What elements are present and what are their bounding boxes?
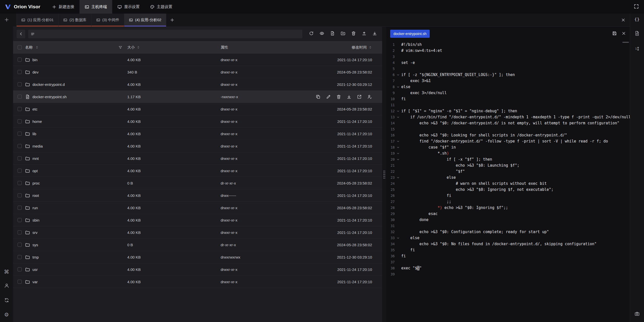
- row-checkbox[interactable]: [18, 82, 22, 86]
- file-row[interactable]: home4.00 KBdrwxr-xr-x2021-11-24 17:20:10: [13, 115, 382, 128]
- file-row[interactable]: sbin4.00 KBdrwxr-xr-x2021-11-24 17:20:10: [13, 214, 382, 226]
- fold-toggle-icon[interactable]: [395, 73, 401, 77]
- add-tab-button[interactable]: [166, 14, 178, 26]
- row-action-move[interactable]: [357, 94, 362, 99]
- fold-toggle-icon[interactable]: [395, 146, 401, 149]
- open-file-tag[interactable]: docker-entrypoint.sh: [390, 30, 430, 38]
- close-editor-button[interactable]: [622, 31, 626, 37]
- row-checkbox[interactable]: [18, 230, 22, 234]
- row-checkbox[interactable]: [18, 255, 22, 259]
- brand-name: Orion Visor: [14, 4, 40, 10]
- file-row[interactable]: etc4.00 KBdrwxr-xr-x2024-05-28 23:58:02: [13, 103, 382, 115]
- file-row[interactable]: bin4.00 KBdrwxr-xr-x2021-11-24 17:20:10: [13, 54, 382, 66]
- transfer-button[interactable]: [634, 31, 640, 37]
- file-name: bin: [32, 58, 37, 62]
- sort-size-icon[interactable]: [137, 46, 140, 49]
- row-action-edit[interactable]: [326, 94, 331, 99]
- row-checkbox[interactable]: [18, 267, 22, 271]
- file-row[interactable]: run4.00 KBdrwxr-xr-x2024-05-28 23:58:02: [13, 202, 382, 214]
- upload-button[interactable]: [362, 31, 367, 37]
- file-row[interactable]: var4.00 KBdrwxr-xr-x2021-11-24 17:20:10: [13, 276, 382, 288]
- row-checkbox[interactable]: [18, 243, 22, 247]
- download-button[interactable]: [372, 31, 377, 37]
- session-tab-4[interactable]: (4) 应用-分析02: [124, 14, 166, 26]
- fold-toggle-icon[interactable]: [395, 158, 401, 161]
- row-checkbox[interactable]: [18, 144, 22, 148]
- row-checkbox[interactable]: [18, 218, 22, 222]
- fold-toggle-icon[interactable]: [395, 110, 401, 113]
- close-panel-button[interactable]: [621, 14, 630, 26]
- fold-toggle-icon[interactable]: [395, 85, 401, 89]
- code-text: if [ "$1" = "nginx" -o "$1" = "nginx-deb…: [401, 108, 517, 114]
- session-tab-3[interactable]: (3) 中间件: [92, 14, 125, 26]
- row-checkbox[interactable]: [18, 95, 22, 99]
- file-row[interactable]: dev340 Bdrwxr-xr-x2024-05-28 23:58:02: [13, 66, 382, 78]
- row-checkbox[interactable]: [18, 206, 22, 210]
- new-session-button[interactable]: [4, 17, 9, 23]
- sort-name-icon[interactable]: [35, 46, 39, 49]
- row-checkbox[interactable]: [18, 107, 22, 111]
- file-row[interactable]: srv4.00 KBdrwxr-xr-x2021-11-24 17:20:10: [13, 226, 382, 239]
- row-checkbox[interactable]: [18, 280, 22, 284]
- snippets-button[interactable]: {}: [635, 17, 639, 22]
- back-button[interactable]: [17, 30, 25, 38]
- code-area[interactable]: 1#!/bin/sh2# vim:sw=4:ts=4:et34set -e56i…: [386, 41, 630, 322]
- new-file-button[interactable]: [330, 31, 335, 37]
- filter-icon[interactable]: [118, 46, 122, 49]
- fold-toggle-icon[interactable]: [395, 140, 401, 143]
- row-action-download[interactable]: [346, 94, 351, 99]
- delete-button[interactable]: [351, 31, 356, 37]
- settings-button[interactable]: ⚙: [4, 312, 9, 317]
- file-row[interactable]: docker-entrypoint.d4.00 KBdrwxr-xr-x2021…: [13, 78, 382, 91]
- sync-button[interactable]: [4, 298, 9, 304]
- session-tab-2[interactable]: (2) 数据库: [59, 14, 92, 26]
- file-size: 0 B: [127, 181, 221, 185]
- file-row[interactable]: opt4.00 KBdrwxr-xr-x2021-11-24 17:20:10: [13, 165, 382, 177]
- nav-item-host-terminal[interactable]: 主机终端: [79, 0, 112, 14]
- toggle-hidden-button[interactable]: [319, 31, 324, 37]
- row-checkbox[interactable]: [18, 193, 22, 197]
- row-action-copy[interactable]: [315, 94, 320, 99]
- refresh-button[interactable]: [309, 31, 314, 37]
- row-checkbox[interactable]: [18, 58, 22, 62]
- file-row[interactable]: docker-entrypoint.sh1.17 KB-rwxrwxr-x: [13, 91, 382, 103]
- row-checkbox[interactable]: [18, 119, 22, 123]
- fold-toggle-icon[interactable]: [395, 116, 401, 119]
- session-tab-1[interactable]: (1) 应用-分析01: [16, 14, 59, 26]
- panel-splitter[interactable]: [382, 27, 386, 322]
- shortcuts-button[interactable]: ⌘: [4, 269, 9, 275]
- file-row[interactable]: mnt4.00 KBdrwxr-xr-x2021-11-24 17:20:10: [13, 152, 382, 165]
- select-all-checkbox[interactable]: [18, 45, 22, 49]
- sort-mtime-icon[interactable]: [369, 46, 372, 49]
- fold-toggle-icon[interactable]: [395, 152, 401, 155]
- file-row[interactable]: proc0 Bdr-xr-xr-x2024-05-28 23:58:02: [13, 177, 382, 189]
- file-row[interactable]: media4.00 KBdrwxr-xr-x2021-11-24 17:20:1…: [13, 140, 382, 152]
- editor-scrollbar[interactable]: [622, 42, 629, 43]
- file-row[interactable]: root4.00 KBdrwx------2021-11-24 17:20:10: [13, 189, 382, 202]
- row-checkbox[interactable]: [18, 181, 22, 185]
- nav-item-new-connection[interactable]: 新建连接: [47, 0, 79, 14]
- row-checkbox[interactable]: [18, 156, 22, 160]
- fold-toggle-icon[interactable]: [395, 176, 401, 179]
- file-row[interactable]: sys0 Bdr-xr-xr-x2024-05-28 23:58:02: [13, 239, 382, 251]
- path-input[interactable]: [37, 32, 300, 36]
- file-row[interactable]: lib4.00 KBdrwxr-xr-x2021-11-24 17:20:10: [13, 128, 382, 140]
- sort-lines-button[interactable]: 1: [634, 46, 640, 52]
- file-row[interactable]: tmp4.00 KBdrwxrwxrwx2021-12-30 03:29:10: [13, 251, 382, 263]
- row-checkbox[interactable]: [18, 132, 22, 136]
- save-button[interactable]: [612, 31, 617, 37]
- fullscreen-button[interactable]: [634, 4, 639, 10]
- screenshot-button[interactable]: [634, 311, 640, 317]
- new-folder-button[interactable]: [341, 31, 345, 37]
- row-checkbox[interactable]: [18, 169, 22, 173]
- row-checkbox[interactable]: [18, 70, 22, 74]
- row-action-permission[interactable]: [367, 94, 372, 99]
- nav-item-display-settings[interactable]: 显示设置: [112, 0, 145, 14]
- nav-item-theme-settings[interactable]: 主题设置: [145, 0, 178, 14]
- file-row[interactable]: usr4.00 KBdrwxr-xr-x2021-11-24 17:20:10: [13, 263, 382, 276]
- user-button[interactable]: [4, 283, 9, 289]
- row-action-delete[interactable]: [336, 94, 341, 99]
- edit-icon: [326, 94, 331, 99]
- folder-icon: [25, 57, 30, 62]
- fold-toggle-icon[interactable]: [395, 236, 401, 240]
